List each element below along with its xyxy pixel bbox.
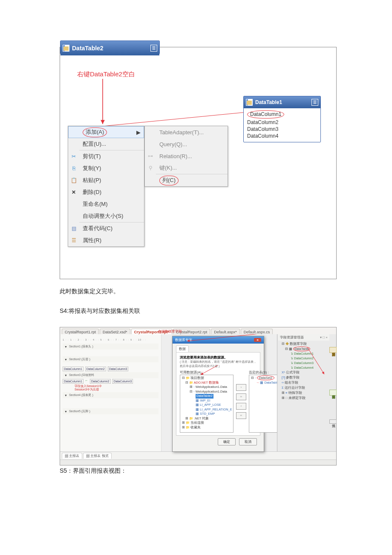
sidetab-properties[interactable]: 属性 — [329, 419, 337, 424]
submenu-query[interactable]: Query(Q)... — [145, 138, 228, 150]
cut-icon: ✂ — [68, 153, 79, 159]
menu-copy[interactable]: ⎘ 复制(Y) — [68, 162, 144, 174]
sidetab-server-explorer[interactable]: 服务器资源管理器 — [329, 390, 337, 396]
relation-icon: ⊶ — [145, 153, 156, 159]
document-page: DataTable2 ☰ 右键DataTable2空白 DataTable1 ☰ — [0, 0, 392, 555]
menu-autosize[interactable]: 自动调整大小(S) — [68, 210, 144, 222]
instruction-text: 右键DataTable2空白 — [77, 70, 135, 78]
s5-heading: S5：界面引用报表视图： — [60, 467, 337, 475]
sidetab-solution-explorer[interactable]: 解决方案资源管理器 — [329, 347, 337, 353]
cell: DataColumn3 — [112, 379, 133, 384]
collapse-icon[interactable]: ☰ — [311, 99, 318, 106]
cell: DataColumn1 — [63, 367, 84, 371]
code-icon: ▤ — [68, 225, 79, 231]
paste-icon: 📋 — [68, 177, 79, 183]
datatable2-box: DataTable2 ☰ — [60, 40, 160, 54]
dlg-hint2: ( 注意 : 要编辑表的别名，请在 "选定的表" 树中选择该表，然后单击该层内容… — [180, 360, 257, 368]
selected-table[interactable]: DataTable2 — [196, 394, 213, 399]
annotation-right-click-db-fields: 右键数据库字段 — [158, 329, 182, 334]
svg-line-1 — [103, 110, 265, 126]
figure-crystal-report: CrystalReport1.rpt DataSet2.xsd* Crystal… — [60, 327, 337, 465]
datacolumn1-highlight: DataColumn1 — [247, 110, 284, 119]
menu-properties[interactable]: ☰ 属性(R) — [68, 234, 144, 246]
ok-button[interactable]: 确定 — [218, 438, 236, 445]
dlg-hint1: 浏览您要用来添加表的数据源。 — [180, 355, 257, 360]
cell: DataColumn2 — [90, 379, 111, 384]
menu-configure[interactable]: 配置(U)... — [68, 138, 144, 150]
section2: ▼Section2 (页眉 ) — [63, 356, 159, 362]
ruler: 1 · · 1 · · 2 · · 3 · · 4 · · 5 · · 6 · … — [63, 338, 159, 343]
tab-dataset2[interactable]: DataSet2.xsd* — [100, 329, 130, 335]
datatable1-columns: DataColumn1 DataColumn2 DataColumn3 Data… — [244, 108, 320, 142]
dialog-body: 数据 浏览您要用来添加表的数据源。 ( 注意 : 要编辑表的别名，请在 "选定的… — [173, 344, 264, 451]
submenu-column[interactable]: 列(C) — [145, 174, 228, 186]
dialog-buttons: 确定 取消 — [176, 436, 260, 449]
cell: DataColumn1 — [63, 379, 84, 384]
menu-add[interactable]: 添加(A) ▶ — [68, 126, 144, 138]
report-designer: 1 · · 1 · · 2 · · 3 · · 4 · · 5 · · 6 · … — [60, 334, 161, 451]
close-button[interactable]: × — [254, 338, 261, 342]
annotation-left-red-1: 字段放入Session1中 — [75, 384, 159, 388]
submenu-column-label: 列(C) — [159, 176, 179, 185]
datatable2-title: DataTable2 — [72, 45, 104, 52]
context-menu: 添加(A) ▶ 配置(U)... ✂ 剪切(T) ⎘ 复制(Y) 📋 粘贴(P) — [68, 126, 144, 247]
cancel-button[interactable]: 取消 — [239, 438, 257, 445]
removeall-button[interactable]: ‹‹ — [236, 412, 246, 419]
submenu-arrow-icon: ▶ — [136, 129, 144, 136]
datatable2-header: DataTable2 ☰ — [61, 41, 159, 55]
footer-main-report[interactable]: ▦ 主报表 — [62, 453, 82, 459]
dlg-columns: 可用数据源(A) : ⊟ 📁 项目数据 ⊟ 📁 ADO.NET 数据集 ⊞ ◦ … — [180, 370, 257, 433]
detail-row-labels: DataColumn1 DataColumn2 DataColumn3 — [63, 367, 159, 371]
delete-icon: ✕ — [68, 189, 79, 195]
submenu-relation[interactable]: ⊶ Relation(R)... — [145, 150, 228, 162]
status-bar — [60, 460, 336, 465]
tab-default-cs[interactable]: Default.aspx.cs — [241, 329, 273, 335]
collapse-icon[interactable]: ☰ — [150, 45, 157, 52]
add-button[interactable]: › — [236, 384, 246, 391]
datatable1-box: DataTable1 ☰ DataColumn1 DataColumn2 Dat… — [243, 96, 321, 142]
table-icon — [63, 45, 69, 52]
menu-delete[interactable]: ✕ 删除(D) — [68, 186, 144, 198]
menu-rename[interactable]: 重命名(M) — [68, 198, 144, 210]
footer-preview[interactable]: ▦ 主报表 预览 — [83, 453, 111, 459]
datatable-oval: DataTable — [293, 347, 310, 351]
properties-icon: ☰ — [68, 237, 79, 243]
available-tree[interactable]: ⊟ 📁 项目数据 ⊟ 📁 ADO.NET 数据集 ⊞ ◦ WebApplicat… — [180, 375, 233, 433]
field-explorer-panel: 字段资源管理器 ▾ □ × ⊟ ◆ 数据库字段 ⊟ ▦ DataTable ↴ … — [277, 334, 330, 451]
column-item: DataColumn2 — [247, 119, 317, 126]
remove-button[interactable]: ‹ — [236, 403, 246, 410]
section4: ▼Section4 (报表尾 ) — [63, 392, 159, 398]
fe-tree: ⊟ ◆ 数据库字段 ⊟ ▦ DataTable ↴ DataColumn1 ↴ … — [278, 341, 329, 402]
menu-viewcode[interactable]: ▤ 查看代码(C) — [68, 223, 144, 234]
datatable1-title: DataTable1 — [255, 99, 282, 105]
fe-title: 字段资源管理器 ▾ □ × — [278, 334, 329, 341]
menu-add-label: 添加(A) — [83, 127, 107, 137]
available-sources-col: 可用数据源(A) : ⊟ 📁 项目数据 ⊟ 📁 ADO.NET 数据集 ⊞ ◦ … — [180, 370, 233, 433]
dlg-title-label: 数据库专家 — [175, 338, 192, 342]
footer-tabs: ▦ 主报表 ▦ 主报表 预览 — [60, 451, 336, 460]
column-item: DataColumn1 — [247, 110, 317, 119]
tab-data[interactable]: 数据 — [176, 345, 189, 353]
submenu-tableadapter[interactable]: TableAdapter(T)... — [145, 126, 228, 138]
section1: ▼Section1 (报表头 ) — [63, 344, 159, 350]
section3: ▼Section3 (详细资料 — [63, 372, 159, 378]
addall-button[interactable]: ›› — [236, 393, 246, 400]
f2-main: 1 · · 1 · · 2 · · 3 · · 4 · · 5 · · 6 · … — [60, 334, 336, 451]
tab-cr1[interactable]: CrystalReport1.rpt — [62, 329, 99, 335]
detail-row-fields: DataColumn1 ← DataColumn2 DataColumn3 — [63, 379, 159, 384]
fe-toolbar-icons[interactable]: ▾ □ × — [320, 335, 328, 339]
table-icon — [246, 99, 253, 106]
copy-icon: ⎘ — [68, 165, 79, 171]
annotation-left-red-2: Session3中为页眉 — [75, 388, 159, 391]
cell: DataColumn2 — [85, 367, 106, 371]
figure-dataset-designer: DataTable2 ☰ 右键DataTable2空白 DataTable1 ☰ — [60, 47, 337, 279]
tab-default-aspx[interactable]: Default.aspx* — [211, 329, 240, 335]
menu-cut[interactable]: ✂ 剪切(T) — [68, 150, 144, 162]
dialog-titlebar: 数据库专家 × — [173, 336, 264, 344]
column-item: DataColumn3 — [247, 126, 317, 133]
submenu-key[interactable]: ⚲ 键(K)... — [145, 162, 228, 174]
cell: DataColumn3 — [108, 367, 129, 371]
arrow-icon: ← — [85, 379, 88, 384]
menu-paste[interactable]: 📋 粘贴(P) — [68, 174, 144, 186]
transfer-buttons: › ›› ‹ ‹‹ — [236, 370, 246, 433]
